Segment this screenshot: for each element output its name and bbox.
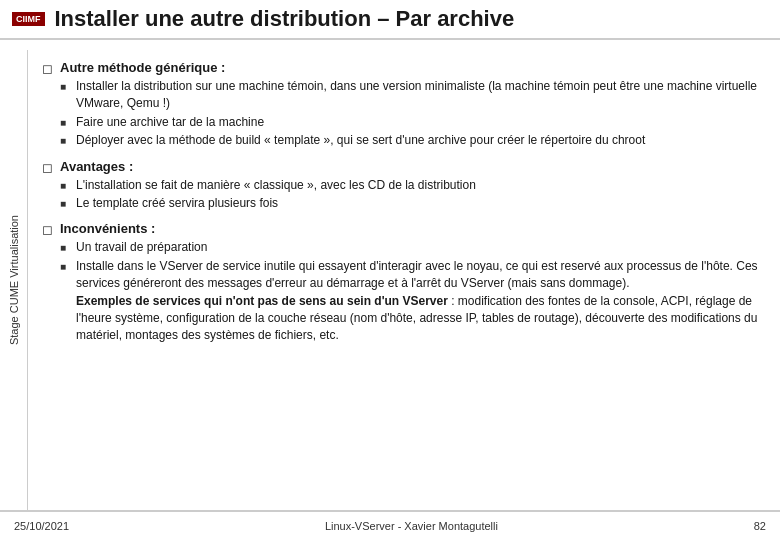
bullet-icon: ■ (60, 80, 72, 113)
bullet-text: Installe dans le VServer de service inut… (76, 258, 766, 345)
bullet-icon: ■ (60, 260, 72, 345)
bullet-text: L'installation se fait de manière « clas… (76, 177, 766, 194)
footer: 25/10/2021 Linux-VServer - Xavier Montag… (0, 510, 780, 540)
bullet-icon: ■ (60, 116, 72, 131)
bullet-icon: ■ (60, 241, 72, 256)
section3-icon: ◻ (42, 222, 56, 345)
list-item: ■ L'installation se fait de manière « cl… (60, 177, 766, 194)
list-item: ■ Installe dans le VServer de service in… (60, 258, 766, 345)
bullet-icon: ■ (60, 197, 72, 212)
list-item: ■ Déployer avec la méthode de build « te… (60, 132, 766, 149)
sidebar: Stage CUME Virtualisation (0, 50, 28, 510)
top-bar: CIIMF Installer une autre distribution –… (0, 0, 780, 40)
list-item: ■ Le template créé servira plusieurs foi… (60, 195, 766, 212)
section1-content: Autre méthode générique : ■ Installer la… (60, 60, 766, 151)
section2-bullets: ■ L'installation se fait de manière « cl… (60, 177, 766, 213)
bullet-text: Déployer avec la méthode de build « temp… (76, 132, 766, 149)
list-item: ■ Faire une archive tar de la machine (60, 114, 766, 131)
section3-bullets: ■ Un travail de préparation ■ Installe d… (60, 239, 766, 344)
section-advantages: ◻ Avantages : ■ L'installation se fait d… (42, 159, 766, 214)
sidebar-label: Stage CUME Virtualisation (8, 215, 20, 345)
section2-title: Avantages : (60, 159, 766, 174)
section3-title: Inconvénients : (60, 221, 766, 236)
bullet-icon: ■ (60, 179, 72, 194)
section-generic-method: ◻ Autre méthode générique : ■ Installer … (42, 60, 766, 151)
main-content: ◻ Autre méthode générique : ■ Installer … (28, 50, 780, 510)
bullet-text: Installer la distribution sur une machin… (76, 78, 766, 113)
list-item: ■ Un travail de préparation (60, 239, 766, 256)
list-item: ■ Installer la distribution sur une mach… (60, 78, 766, 113)
bullet-text: Faire une archive tar de la machine (76, 114, 766, 131)
section2-icon: ◻ (42, 160, 56, 214)
section-disadvantages: ◻ Inconvénients : ■ Un travail de prépar… (42, 221, 766, 345)
bullet-text: Le template créé servira plusieurs fois (76, 195, 766, 212)
footer-page: 82 (754, 520, 766, 532)
bullet-icon: ■ (60, 134, 72, 149)
section3-content: Inconvénients : ■ Un travail de préparat… (60, 221, 766, 345)
section2-content: Avantages : ■ L'installation se fait de … (60, 159, 766, 214)
footer-date: 25/10/2021 (14, 520, 69, 532)
section1-bullets: ■ Installer la distribution sur une mach… (60, 78, 766, 150)
logo-text: CIIMF (16, 14, 41, 24)
bold-example: Exemples de services qui n'ont pas de se… (76, 294, 448, 308)
section1-icon: ◻ (42, 61, 56, 151)
page-title: Installer une autre distribution – Par a… (55, 6, 515, 32)
section1-title: Autre méthode générique : (60, 60, 766, 75)
footer-center: Linux-VServer - Xavier Montagutelli (325, 520, 498, 532)
bullet-text: Un travail de préparation (76, 239, 766, 256)
logo: CIIMF (12, 12, 45, 27)
